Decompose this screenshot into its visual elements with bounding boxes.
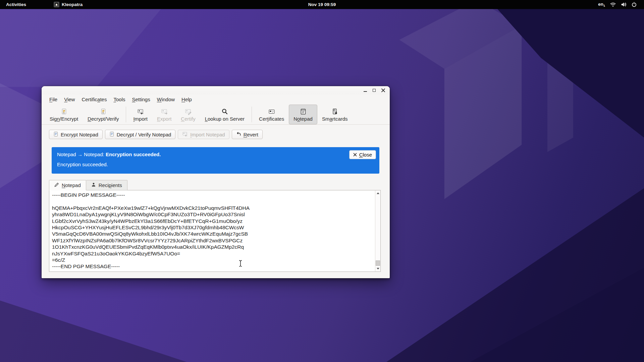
scroll-up-button[interactable] (375, 191, 380, 196)
menu-window[interactable]: Window (154, 96, 178, 103)
close-icon (353, 152, 357, 158)
import-notepad-icon (182, 131, 188, 138)
power-icon (632, 2, 637, 7)
scrollbar-thumb[interactable] (376, 260, 380, 266)
toolbar-smartcards[interactable]: Smartcards (317, 105, 353, 124)
toolbar-lookup-on-server[interactable]: Lookup on Server (200, 105, 249, 124)
kleopatra-icon (54, 2, 59, 7)
banner-close-button[interactable]: Close (349, 150, 376, 159)
menu-file[interactable]: File (46, 96, 61, 103)
menu-tools[interactable]: Tools (110, 96, 128, 103)
ibeam-cursor (238, 260, 243, 268)
menu-certificates[interactable]: Certificates (78, 96, 110, 103)
status-banner: Notepad → Notepad: Encryption succeeded.… (52, 147, 379, 174)
import-notepad-button[interactable]: Import Notepad (178, 130, 229, 139)
pencil-icon (54, 182, 59, 188)
import-icon (137, 108, 144, 115)
minimize-button[interactable] (363, 88, 367, 93)
top-bar: Activities Kleopatra Nov 19 09:59 en1 (0, 0, 644, 9)
smartcards-icon (331, 108, 338, 115)
vertical-scrollbar[interactable] (375, 190, 380, 272)
window-titlebar[interactable] (42, 86, 390, 95)
toolbar-import[interactable]: Import (128, 105, 152, 124)
certificates-icon (268, 108, 275, 115)
activities-button[interactable]: Activities (0, 0, 30, 9)
sign-encrypt-icon (61, 108, 67, 115)
keyboard-layout-indicator[interactable]: en1 (598, 2, 605, 7)
revert-button[interactable]: Revert (232, 130, 263, 139)
scroll-down-button[interactable] (375, 266, 380, 271)
desktop: Activities Kleopatra Nov 19 09:59 en1 (0, 0, 644, 362)
toolbar-certificates[interactable]: Certificates (254, 105, 289, 124)
encrypt-notepad-icon (53, 131, 58, 138)
clock[interactable]: Nov 19 09:59 (308, 0, 336, 9)
search-icon (221, 108, 228, 115)
maximize-button[interactable] (372, 88, 376, 93)
decrypt-notepad-icon (109, 131, 114, 138)
kleopatra-window: File View Certificates Tools Settings Wi… (42, 86, 390, 278)
toolbar-decrypt-verify[interactable]: Decrypt/Verify (83, 105, 123, 124)
toolbar-export[interactable]: Export (152, 105, 176, 124)
toolbar-separator (252, 107, 252, 122)
decrypt-verify-notepad-button[interactable]: Decrypt / Verify Notepad (105, 130, 176, 139)
focused-app-menu[interactable]: Kleopatra (50, 0, 87, 9)
revert-icon (236, 131, 241, 137)
toolbar-certify[interactable]: Certify (176, 105, 200, 124)
toolbar-sign-encrypt[interactable]: Sign/Encrypt (45, 105, 83, 124)
tab-notepad[interactable]: Notepad (49, 180, 86, 190)
wifi-icon (610, 2, 616, 7)
menu-help[interactable]: Help (178, 96, 195, 103)
system-status-area[interactable]: en1 (598, 0, 644, 9)
decrypt-verify-icon (100, 108, 107, 115)
toolbar-separator (126, 107, 126, 122)
notepad-editor: -----BEGIN PGP MESSAGE----- hQEMA+PbqxcV… (49, 190, 381, 272)
banner-title: Notepad → Notepad: Encryption succeeded. (57, 152, 374, 157)
menu-bar: File View Certificates Tools Settings Wi… (42, 95, 390, 104)
encrypt-notepad-button[interactable]: Encrypt Notepad (49, 130, 103, 139)
notepad-tabbar: Notepad Recipients (49, 180, 390, 190)
main-toolbar: Sign/Encrypt Decrypt/Verify Import Expor (42, 104, 390, 125)
menu-settings[interactable]: Settings (129, 96, 154, 103)
volume-icon (621, 2, 627, 7)
person-icon (91, 182, 96, 188)
certify-icon (184, 108, 192, 115)
notepad-actions: Encrypt Notepad Decrypt / Verify Notepad… (42, 125, 390, 139)
export-icon (161, 108, 168, 115)
menu-view[interactable]: View (61, 96, 78, 103)
focused-app-name: Kleopatra (62, 2, 83, 7)
tab-recipients[interactable]: Recipients (86, 180, 127, 190)
banner-detail: Encryption succeeded. (57, 162, 374, 167)
close-window-button[interactable] (381, 88, 385, 93)
toolbar-notepad[interactable]: Notepad (289, 105, 317, 124)
pgp-message-textarea[interactable]: -----BEGIN PGP MESSAGE----- hQEMA+PbqxcV… (49, 190, 375, 272)
notepad-icon (300, 108, 307, 115)
